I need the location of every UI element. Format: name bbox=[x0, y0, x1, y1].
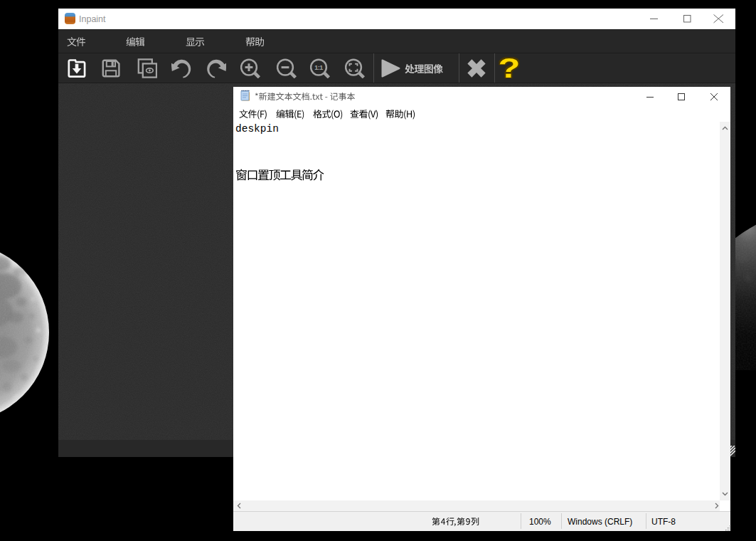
svg-text:1:1: 1:1 bbox=[314, 64, 323, 71]
